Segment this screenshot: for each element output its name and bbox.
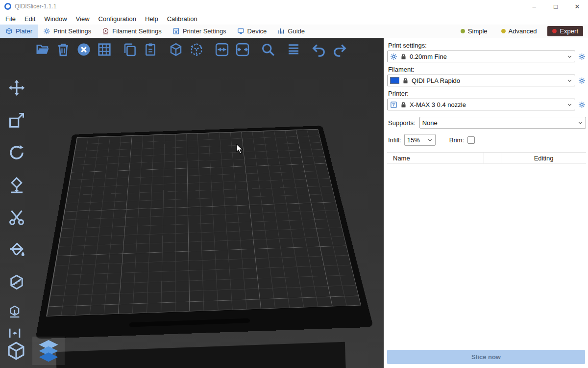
tab-label: Guide bbox=[288, 27, 305, 35]
delete-icon bbox=[56, 42, 71, 59]
close-button[interactable]: ✕ bbox=[566, 0, 588, 13]
gizmo-toolbar bbox=[5, 77, 28, 347]
tab-printer-settings[interactable]: Printer Settings bbox=[167, 25, 232, 38]
menu-window[interactable]: Window bbox=[40, 13, 71, 25]
menu-configuration[interactable]: Configuration bbox=[94, 13, 141, 25]
support-paint-button[interactable] bbox=[5, 239, 28, 263]
print-bed-wrapper bbox=[0, 38, 384, 363]
filament-row: QIDI PLA Rapido bbox=[387, 75, 586, 86]
layer-height-icon bbox=[286, 42, 301, 59]
mode-simple[interactable]: Simple bbox=[458, 26, 490, 36]
infill-label: Infill: bbox=[388, 136, 401, 144]
printer-gear-button[interactable] bbox=[577, 101, 586, 108]
device-icon bbox=[237, 27, 245, 35]
mode-advanced[interactable]: Advanced bbox=[498, 26, 540, 36]
supports-combo[interactable]: None bbox=[419, 117, 586, 129]
scene bbox=[0, 38, 384, 368]
scale-button[interactable] bbox=[5, 109, 28, 133]
filament-icon bbox=[102, 27, 109, 35]
split-to-objects-button[interactable] bbox=[166, 40, 186, 61]
delete-all-icon bbox=[76, 42, 91, 59]
split-objects-icon bbox=[169, 42, 183, 59]
drop-to-bed-button[interactable] bbox=[5, 304, 24, 321]
variable-layer-height-button[interactable] bbox=[283, 40, 304, 61]
lock-icon bbox=[400, 53, 407, 60]
chevron-down-icon bbox=[577, 120, 584, 126]
place-on-face-icon bbox=[8, 176, 25, 196]
filament-combo[interactable]: QIDI PLA Rapido bbox=[387, 75, 575, 86]
tab-label: Printer Settings bbox=[183, 27, 226, 35]
tab-filament-settings[interactable]: Filament Settings bbox=[97, 25, 167, 38]
redo-button[interactable] bbox=[329, 40, 350, 61]
settings-panel: Print settings: 0.20mm Fine Filament: QI… bbox=[384, 38, 588, 368]
search-icon bbox=[261, 42, 275, 59]
editor-view-button[interactable] bbox=[3, 339, 29, 365]
cut-icon bbox=[8, 209, 25, 228]
open-button[interactable] bbox=[32, 40, 53, 61]
place-on-face-button[interactable] bbox=[5, 174, 28, 198]
lock-icon bbox=[402, 77, 409, 84]
menu-help[interactable]: Help bbox=[141, 13, 163, 25]
add-instance-icon bbox=[215, 42, 229, 59]
split-to-parts-button[interactable] bbox=[186, 40, 207, 61]
cut-button[interactable] bbox=[5, 207, 28, 230]
print-settings-combo[interactable]: 0.20mm Fine bbox=[387, 51, 575, 62]
column-header-name: Name bbox=[387, 153, 484, 163]
paste-button[interactable] bbox=[140, 40, 161, 61]
preview-view-button[interactable] bbox=[32, 337, 65, 365]
print-settings-value: 0.20mm Fine bbox=[410, 53, 564, 60]
object-table: Name Editing bbox=[387, 152, 586, 346]
tab-device[interactable]: Device bbox=[232, 25, 272, 38]
redo-icon bbox=[332, 42, 347, 59]
menu-file[interactable]: File bbox=[1, 13, 20, 25]
mode-label: Advanced bbox=[509, 27, 537, 35]
object-toolbar bbox=[32, 40, 350, 61]
printer-value: X-MAX 3 0.4 nozzle bbox=[410, 101, 564, 108]
copy-button[interactable] bbox=[120, 40, 140, 61]
mode-switcher: SimpleAdvancedExpert bbox=[458, 25, 588, 38]
support-paint-icon bbox=[8, 241, 25, 261]
move-button[interactable] bbox=[5, 77, 28, 101]
printer-combo[interactable]: X-MAX 3 0.4 nozzle bbox=[387, 99, 575, 110]
brim-checkbox[interactable] bbox=[467, 136, 475, 144]
search-button[interactable] bbox=[258, 40, 278, 61]
measure-button[interactable] bbox=[5, 271, 28, 295]
supports-row: Supports: None bbox=[387, 117, 586, 129]
column-header-editing: Editing bbox=[501, 153, 586, 163]
tab-guide[interactable]: Guide bbox=[272, 25, 310, 38]
mode-label: Expert bbox=[560, 27, 578, 35]
mode-dot-icon bbox=[552, 29, 557, 33]
menu-view[interactable]: View bbox=[72, 13, 94, 25]
viewport-3d[interactable] bbox=[0, 38, 384, 368]
filament-gear-button[interactable] bbox=[577, 77, 586, 84]
brim-label: Brim: bbox=[449, 136, 464, 144]
filament-value: QIDI PLA Rapido bbox=[412, 77, 564, 84]
mouse-cursor bbox=[236, 144, 244, 157]
tab-print-settings[interactable]: Print Settings bbox=[38, 25, 97, 38]
mode-expert[interactable]: Expert bbox=[547, 26, 583, 36]
rotate-button[interactable] bbox=[5, 142, 28, 165]
undo-icon bbox=[312, 42, 326, 59]
add-instance-button[interactable] bbox=[212, 40, 232, 61]
menu-edit[interactable]: Edit bbox=[20, 13, 40, 25]
arrange-icon bbox=[97, 42, 112, 59]
printer-row: X-MAX 3 0.4 nozzle bbox=[387, 99, 586, 110]
print-settings-row: 0.20mm Fine bbox=[387, 51, 586, 62]
print-settings-gear-button[interactable] bbox=[577, 53, 586, 60]
split-parts-icon bbox=[189, 42, 204, 59]
arrange-button[interactable] bbox=[94, 40, 115, 61]
object-list[interactable] bbox=[387, 164, 586, 346]
menu-calibration[interactable]: Calibration bbox=[163, 13, 202, 25]
maximize-button[interactable]: □ bbox=[545, 0, 566, 13]
delete-button[interactable] bbox=[53, 40, 74, 61]
mode-label: Simple bbox=[468, 27, 488, 35]
minimize-button[interactable]: – bbox=[523, 0, 545, 13]
delete-all-button[interactable] bbox=[74, 40, 94, 61]
infill-row: Infill: 15% Brim: bbox=[387, 134, 586, 146]
undo-button[interactable] bbox=[309, 40, 329, 61]
tab-plater[interactable]: Plater bbox=[0, 25, 38, 38]
remove-instance-button[interactable] bbox=[232, 40, 253, 61]
filament-color-swatch bbox=[390, 77, 399, 84]
infill-combo[interactable]: 15% bbox=[404, 134, 436, 146]
slice-now-button[interactable]: Slice now bbox=[387, 350, 585, 364]
